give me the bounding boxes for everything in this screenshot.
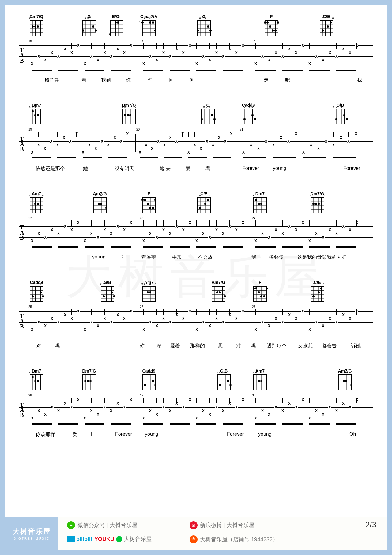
chord-row: Dm7 xxo Dm7/G xoo G ooo Cadd9 ooo G/B xo… xyxy=(19,103,373,132)
tab-note: X xyxy=(308,417,311,420)
tab-note: X xyxy=(349,406,352,409)
tab-note: X xyxy=(113,136,116,139)
tab-note: X xyxy=(254,239,257,243)
tab-note: X xyxy=(322,59,325,62)
tab-note: X xyxy=(188,398,191,401)
tab-note: X xyxy=(317,147,320,150)
tab-note: X xyxy=(163,144,166,147)
tab-note: X xyxy=(169,136,172,139)
tab-note: X xyxy=(81,151,85,154)
lyric: young xyxy=(145,431,158,437)
chord-diagram: G ooo xyxy=(80,14,98,36)
chord-grid: xooo xyxy=(30,197,43,213)
video-link[interactable]: bilibili YOUKU 大树音乐屋 xyxy=(67,535,152,543)
chord-grid: ooo xyxy=(30,286,43,302)
tab-clef: TAB xyxy=(20,225,24,240)
tab-note: X xyxy=(70,317,73,320)
tab-note: X xyxy=(187,151,190,154)
tab-note: X xyxy=(175,402,178,405)
barline xyxy=(28,45,28,64)
tab-note: X xyxy=(51,317,54,320)
taobao-link[interactable]: 淘 大树音乐屋（店铺号 1944232） xyxy=(190,535,278,543)
tab-note: X xyxy=(90,321,93,324)
chord-row: Cadd9 ooo G/B xoo Am7 xooo Am7/G ooo F C… xyxy=(19,280,373,309)
tab-note: X xyxy=(254,62,257,65)
chord-diagram: F xyxy=(251,280,269,302)
tab-note: X xyxy=(51,228,54,232)
lyric: 找到 xyxy=(101,77,111,83)
tab-note: X xyxy=(155,236,158,239)
tab-note: X xyxy=(250,144,253,147)
measure-number: 29 xyxy=(140,394,143,397)
lyric: Oh xyxy=(349,431,356,437)
tab-note: X xyxy=(335,321,338,324)
chord-diagram: C/E oo xyxy=(317,14,336,36)
tab-note: X xyxy=(96,324,100,327)
tab-note: X xyxy=(349,228,352,232)
chord-diagram: Am7/G ooo xyxy=(209,280,228,302)
lyric: 对 xyxy=(236,343,241,349)
lyric: 啊 xyxy=(189,77,194,83)
tab-note: X xyxy=(31,328,34,331)
tab-note: X xyxy=(116,402,119,405)
lyric: 上 xyxy=(89,431,94,438)
tab-note: X xyxy=(123,406,126,409)
tab-note: X xyxy=(235,228,238,232)
tab-note: X xyxy=(261,232,264,235)
tab-note: X xyxy=(328,406,331,409)
lyrics-row: 般挥霍着找到你时间啊走吧我 xyxy=(19,77,373,84)
chord-diagram: Cadd9 ooo xyxy=(27,280,46,302)
chord-diagram: Dm7/G xoo xyxy=(27,14,46,36)
lyrics-row: 依然还是那个她没有明天地 去爱着ForeveryoungForever xyxy=(19,166,373,173)
tab-note: X xyxy=(126,132,129,136)
bili-icon xyxy=(67,536,75,542)
chord-grid xyxy=(265,20,278,36)
tab-note: X xyxy=(212,144,215,147)
tab-note: X xyxy=(208,413,211,416)
measure-number: 25 xyxy=(28,305,32,308)
chord-name: F xyxy=(140,191,158,196)
tab-staff: TAB282930XXXXXXXXXXXXXXXXXXXXXXXXXXXXXXX… xyxy=(19,398,373,422)
lyric: 不会放 xyxy=(198,254,213,261)
tab-note: X xyxy=(281,321,284,324)
youku-text: YOUKU xyxy=(94,536,114,542)
chord-diagram: Dm7 xxo xyxy=(27,103,46,124)
tab-note: X xyxy=(37,232,40,235)
chord-grid: ooo xyxy=(197,20,211,36)
tab-note: X xyxy=(328,51,331,54)
lyric: 她 xyxy=(83,166,88,172)
chord-name: F xyxy=(251,280,269,285)
barline xyxy=(139,311,139,330)
tab-system: Dm7 xxo Dm7/G xoo Cadd9 ooo G/B xoo Am7 … xyxy=(19,369,373,439)
tab-note: X xyxy=(181,132,184,136)
tab-note: X xyxy=(75,132,78,136)
tab-note: X xyxy=(142,417,145,420)
tab-note: X xyxy=(241,44,244,47)
tab-note: X xyxy=(261,409,264,412)
tab-staff: TAB192021XXXXXXXXXXXXXXXXXXXXXXXXXXXXXXX… xyxy=(19,132,373,156)
tab-note: X xyxy=(64,313,67,316)
chord-grid: 5oo xyxy=(142,20,156,36)
barline xyxy=(139,400,139,418)
chord-diagram: E/G♯ o xyxy=(107,14,126,36)
tab-note: X xyxy=(44,324,47,327)
tab-note: X xyxy=(347,140,350,143)
tab-note: X xyxy=(268,324,271,327)
tab-note: X xyxy=(308,62,311,65)
tab-system: Dm7/G xoo G ooo E/G♯ o Cmaj7/A 5oo G ooo… xyxy=(19,14,373,84)
tab-note: X xyxy=(138,151,141,154)
weibo-link[interactable]: ◉ 新浪微博 | 大树音乐屋 xyxy=(190,521,254,529)
tab-note: X xyxy=(274,51,277,54)
tab-note: X xyxy=(193,144,196,147)
lyric: 你 xyxy=(126,77,131,83)
tab-note: X xyxy=(195,417,198,420)
tab-note: X xyxy=(64,225,67,228)
page-footer: 大树音乐屋 BIGTREE MUSIC 2/3 ✦ 微信公众号 | 大树音乐屋 … xyxy=(5,517,387,550)
lyrics-row: 对吗你深爱着那样的我对吗遇到每个女孩我都会告诉她 xyxy=(19,343,373,350)
tab-note: X xyxy=(295,132,298,136)
tab-note: X xyxy=(37,144,40,147)
tab-note: X xyxy=(322,324,325,327)
tab-note: X xyxy=(295,228,298,232)
wechat-link[interactable]: ✦ 微信公众号 | 大树音乐屋 xyxy=(67,521,137,529)
tab-note: X xyxy=(151,147,154,150)
